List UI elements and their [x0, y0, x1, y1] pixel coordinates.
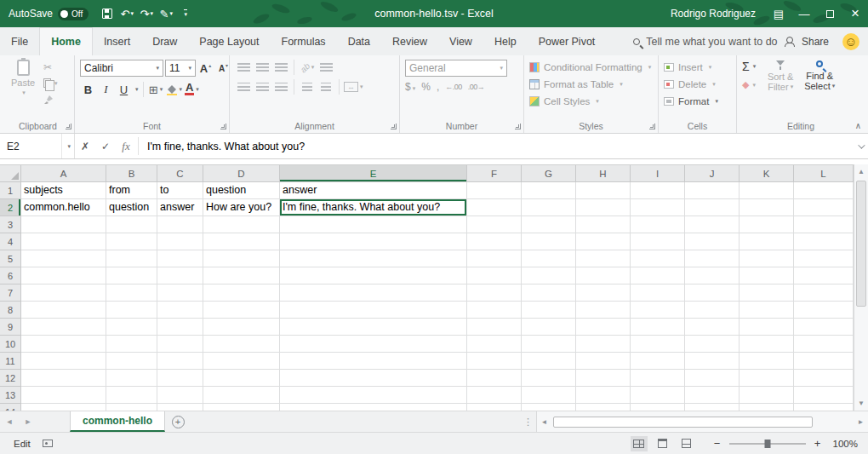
cell-F11[interactable] [467, 353, 522, 370]
cell-K13[interactable] [740, 387, 794, 404]
cell-J12[interactable] [685, 370, 740, 387]
cell-G9[interactable] [522, 319, 576, 336]
cell-K4[interactable] [740, 233, 794, 250]
formula-input[interactable]: I'm fine, thanks. What about you? [140, 134, 853, 158]
alignment-dialog-launcher-icon[interactable] [391, 124, 397, 129]
cell-B13[interactable] [106, 387, 157, 404]
cell-A1[interactable]: subjects [21, 182, 106, 199]
cell-I3[interactable] [631, 216, 685, 233]
cell-I4[interactable] [631, 233, 685, 250]
zoom-in-button[interactable]: + [811, 437, 825, 450]
cell-J5[interactable] [685, 250, 740, 267]
tab-file[interactable]: File [0, 27, 39, 55]
cell-E10[interactable] [280, 336, 467, 353]
cell-F7[interactable] [467, 284, 522, 302]
cell-E3[interactable] [280, 216, 467, 233]
cell-A6[interactable] [21, 267, 106, 284]
cell-J13[interactable] [685, 387, 740, 404]
align-center-button[interactable] [254, 79, 271, 95]
cancel-entry-button[interactable]: ✗ [75, 134, 95, 158]
touch-mouse-mode-button[interactable]: ✎▾ [157, 4, 174, 23]
zoom-slider-thumb[interactable] [764, 440, 770, 448]
cell-F2[interactable] [467, 199, 522, 216]
undo-button[interactable]: ↶▾ [118, 4, 135, 23]
cell-I11[interactable] [631, 353, 685, 370]
cell-J3[interactable] [685, 216, 740, 233]
cell-H13[interactable] [576, 387, 631, 404]
cell-J14[interactable] [685, 404, 740, 411]
cell-H8[interactable] [576, 302, 631, 319]
fill-color-button[interactable]: ▾ [166, 81, 183, 98]
merge-center-button[interactable]: ↔▾ [344, 79, 363, 95]
cell-J10[interactable] [685, 336, 740, 353]
cell-E14[interactable] [280, 404, 467, 411]
row-header-9[interactable]: 9 [0, 319, 21, 336]
italic-button[interactable]: I [98, 81, 114, 98]
cell-H4[interactable] [576, 233, 631, 250]
comma-style-button[interactable]: , [437, 81, 439, 93]
tab-page-layout[interactable]: Page Layout [188, 27, 270, 55]
cell-B12[interactable] [106, 370, 157, 387]
cell-B9[interactable] [106, 319, 157, 336]
styles-dialog-launcher-icon[interactable] [649, 124, 655, 129]
cell-F10[interactable] [467, 336, 522, 353]
insert-cells-button[interactable]: Insert ▾ [664, 60, 718, 75]
cell-L14[interactable] [794, 404, 854, 411]
cell-F1[interactable] [467, 182, 522, 199]
close-button[interactable]: × [842, 0, 868, 27]
align-top-button[interactable] [235, 60, 252, 75]
format-as-table-button[interactable]: Format as Table ▾ [529, 77, 651, 92]
row-header-12[interactable]: 12 [0, 370, 21, 387]
paste-button[interactable]: Paste ▾ [7, 60, 39, 96]
cell-L4[interactable] [794, 233, 854, 250]
row-header-10[interactable]: 10 [0, 336, 21, 353]
cell-F9[interactable] [467, 319, 522, 336]
redo-button[interactable]: ↷▾ [138, 4, 155, 23]
column-header-B[interactable]: B [106, 165, 157, 182]
column-header-D[interactable]: D [203, 165, 280, 182]
cell-C9[interactable] [157, 319, 203, 336]
cell-E13[interactable] [280, 387, 467, 404]
cell-A3[interactable] [21, 216, 106, 233]
cell-styles-button[interactable]: Cell Styles ▾ [529, 94, 651, 109]
wrap-text-button[interactable] [317, 60, 334, 75]
cell-C2[interactable]: answer [157, 199, 203, 216]
tab-formulas[interactable]: Formulas [271, 27, 337, 55]
autosave-toggle[interactable]: AutoSave Off [9, 8, 89, 20]
cell-I14[interactable] [631, 404, 685, 411]
number-format-select[interactable]: General ▾ [405, 60, 507, 77]
tab-home[interactable]: Home [39, 27, 93, 55]
cell-I7[interactable] [631, 284, 685, 302]
new-sheet-button[interactable]: + [165, 411, 191, 432]
cell-C6[interactable] [157, 267, 203, 284]
row-header-3[interactable]: 3 [0, 216, 21, 233]
font-dialog-launcher-icon[interactable] [220, 124, 226, 129]
font-name-select[interactable]: Calibri ▾ [80, 60, 163, 77]
cell-J2[interactable] [685, 199, 740, 216]
cell-E9[interactable] [280, 319, 467, 336]
decrease-decimal-button[interactable]: .00→ [468, 83, 485, 91]
row-header-7[interactable]: 7 [0, 284, 21, 302]
cell-L10[interactable] [794, 336, 854, 353]
cell-F3[interactable] [467, 216, 522, 233]
cell-L5[interactable] [794, 250, 854, 267]
cell-A5[interactable] [21, 250, 106, 267]
cell-K2[interactable] [740, 199, 794, 216]
tab-draw[interactable]: Draw [141, 27, 188, 55]
cell-I12[interactable] [631, 370, 685, 387]
cell-J9[interactable] [685, 319, 740, 336]
cell-E5[interactable] [280, 250, 467, 267]
cell-B2[interactable]: question [106, 199, 157, 216]
column-header-L[interactable]: L [794, 165, 854, 182]
cell-K1[interactable] [740, 182, 794, 199]
cell-K5[interactable] [740, 250, 794, 267]
cell-H1[interactable] [576, 182, 631, 199]
column-header-H[interactable]: H [576, 165, 631, 182]
cell-L11[interactable] [794, 353, 854, 370]
row-header-13[interactable]: 13 [0, 387, 21, 404]
cell-L1[interactable] [794, 182, 854, 199]
horizontal-scroll-track[interactable] [551, 415, 854, 429]
zoom-out-button[interactable]: − [711, 437, 724, 450]
cell-C4[interactable] [157, 233, 203, 250]
column-header-C[interactable]: C [157, 165, 203, 182]
